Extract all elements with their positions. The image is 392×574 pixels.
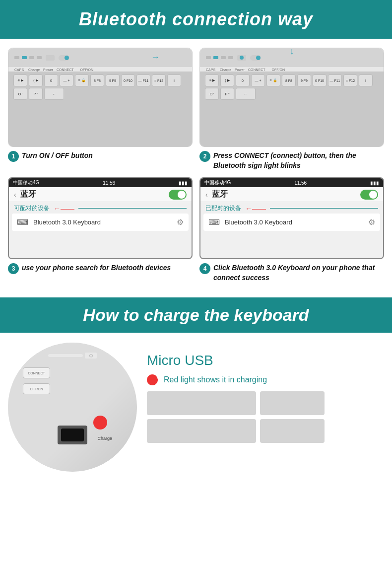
- gray-block-1: [147, 391, 256, 415]
- steps-section: → CAPS Charge Power CONNECT OFF/ON ✳ ▶ (…: [0, 39, 392, 293]
- phone-screen-1: 中国移动4G 11:56 ▮▮▮ ‹ 蓝牙 可配对的设备 ←—— ⌨ Bluet…: [8, 177, 193, 259]
- phone-battery-icon-1: ▮▮▮: [179, 180, 188, 186]
- power-indicator-1: [37, 56, 42, 59]
- phone-nav-title-2: 蓝牙: [212, 189, 228, 200]
- charge-section: ⬡ CONNECT OFF/ON Charge Micro USB: [0, 333, 392, 482]
- section-arrow-left-1: ←——: [54, 205, 74, 213]
- charge-circle: ⬡ CONNECT OFF/ON Charge: [8, 343, 137, 472]
- step-num-3: 3: [8, 263, 19, 274]
- section-paired-text: 已配对的设备: [205, 204, 241, 213]
- circle-buttons: CONNECT OFF/ON: [23, 367, 50, 394]
- usb-cable: ⬡: [48, 353, 97, 359]
- offon-label: OFF/ON: [80, 68, 93, 72]
- connect-button-visual-2: [237, 55, 246, 61]
- phone-back-1[interactable]: ‹: [14, 191, 16, 199]
- connect-btn-circle: CONNECT: [23, 367, 50, 378]
- label-row-2: CAPS Charge Power CONNECT OFF/ON: [200, 68, 384, 72]
- offon-label-2: OFF/ON: [272, 68, 285, 72]
- gear-icon-1[interactable]: ⚙: [177, 217, 184, 227]
- section-line-2: [270, 208, 378, 209]
- key-2: ( ▶: [29, 74, 43, 86]
- key2-back: ←: [236, 88, 256, 100]
- charge-label-2: Charge: [220, 68, 231, 72]
- caps-label: CAPS: [14, 68, 24, 72]
- step-2-block: ↓ CAPS Charge Power CONNECT OFF/ON ✳ ▶ (…: [199, 48, 384, 172]
- indicators-1: [14, 56, 42, 59]
- step-2-caption: 2 Press CONNECT (connect) button, then t…: [199, 147, 384, 172]
- step-num-1: 1: [8, 151, 19, 162]
- device-name-1: Bluetooth 3.0 Keyboard: [33, 218, 172, 226]
- charge-banner: How to charge the keyboard: [0, 297, 392, 333]
- key2-7: 9 F9: [297, 74, 311, 86]
- phone-screen-2: 中国移动4G 11:56 ▮▮▮ ‹ 蓝牙 已配对的设备 ←—— ⌨ Bluet…: [199, 177, 384, 259]
- charge-indicator-1: [29, 56, 34, 59]
- step-text-1: Turn ON / OFF button: [22, 151, 93, 161]
- phone-carrier-2: 中国移动4G: [204, 179, 231, 186]
- step-3-block: 中国移动4G 11:56 ▮▮▮ ‹ 蓝牙 可配对的设备 ←—— ⌨ Bluet…: [8, 177, 193, 285]
- step-4-block: 中国移动4G 11:56 ▮▮▮ ‹ 蓝牙 已配对的设备 ←—— ⌨ Bluet…: [199, 177, 384, 285]
- bt-indicator-1: [22, 56, 27, 59]
- circle-inner: ⬡ CONNECT OFF/ON Charge: [8, 343, 137, 472]
- keyboard-icon-2: ⌨: [208, 217, 220, 227]
- keyboard-top-bar-2: ↓: [200, 48, 384, 67]
- section-line-1: [78, 208, 187, 209]
- steps-row-1: → CAPS Charge Power CONNECT OFF/ON ✳ ▶ (…: [8, 48, 384, 172]
- main-title: Bluetooth connection way: [10, 9, 382, 30]
- key-10: = F12: [152, 74, 166, 86]
- connect-label-2: CONNECT: [248, 68, 265, 72]
- key-I: I: [167, 74, 181, 86]
- charge-red-indicator: [93, 416, 107, 430]
- key2-I: I: [359, 74, 373, 86]
- arrow-right-indicator: →: [151, 52, 160, 63]
- gray-block-4: [260, 419, 325, 443]
- step-3-caption: 3 use your phone search for Bluetooth de…: [8, 259, 193, 276]
- step-1-block: → CAPS Charge Power CONNECT OFF/ON ✳ ▶ (…: [8, 48, 193, 172]
- section-arrow-left-2: ←——: [245, 205, 266, 213]
- gray-blocks: [147, 391, 384, 443]
- keyboard-top-bar-1: →: [8, 48, 192, 67]
- step-text-2: Press CONNECT (connect) button, then the…: [213, 151, 384, 170]
- title-banner: Bluetooth connection way: [0, 0, 392, 39]
- key-1: ✳ ▶: [13, 74, 27, 86]
- indicators-2: [206, 56, 233, 59]
- phone-battery-icon-2: ▮▮▮: [370, 180, 379, 186]
- off-on-switch-2: [250, 55, 261, 61]
- key-O: O ': [13, 88, 27, 100]
- power-label-2: Power: [235, 68, 245, 72]
- phone-section-paired: 已配对的设备 ←——: [200, 202, 383, 214]
- key-9: — F11: [136, 74, 150, 86]
- device-row-1[interactable]: ⌨ Bluetooth 3.0 Keyboard ⚙: [12, 214, 189, 231]
- charge-info: Micro USB Red light shows it in charging: [147, 343, 384, 443]
- bluetooth-toggle-1[interactable]: [169, 190, 187, 200]
- keyboard-keys-2: ✳ ▶ ( ▶ 0 — + = 🔒 8 F8 9 F9 0 F10 — F11 …: [200, 72, 384, 146]
- key-6: 8 F8: [90, 74, 104, 86]
- section-available-text: 可配对的设备: [14, 204, 50, 213]
- bt-indicator-2: [213, 56, 218, 59]
- key-4: — +: [60, 74, 73, 86]
- connect-label: CONNECT: [57, 68, 74, 72]
- phone-back-2[interactable]: ‹: [205, 191, 208, 199]
- key-3: 0: [44, 74, 58, 86]
- phone-nav-title-1: 蓝牙: [20, 189, 36, 200]
- phone-carrier-1: 中国移动4G: [13, 179, 39, 186]
- key2-O: O ': [205, 88, 219, 100]
- switch-dot-2: [256, 56, 261, 60]
- usb-port-inner: [61, 429, 84, 441]
- offon-btn-label: OFF/ON: [30, 387, 43, 391]
- bluetooth-toggle-2[interactable]: [360, 190, 378, 200]
- cable-body: [48, 354, 83, 357]
- charge-label-word: Charge: [97, 436, 112, 441]
- label-row-1: CAPS Charge Power CONNECT OFF/ON: [8, 68, 192, 72]
- key2-3: 0: [236, 74, 250, 86]
- switch-dot: [65, 56, 69, 60]
- key-5: = 🔒: [75, 74, 89, 86]
- gear-icon-2[interactable]: ⚙: [368, 217, 375, 227]
- charge-title: How to charge the keyboard: [10, 305, 382, 325]
- key2-9: — F11: [328, 74, 342, 86]
- caps-indicator-2: [206, 56, 211, 59]
- red-light-dot: [147, 374, 158, 385]
- caps-indicator: [14, 56, 19, 59]
- charge-indicator-2: [221, 56, 226, 59]
- device-name-2: Bluetooth 3.0 Keyboard: [225, 218, 363, 226]
- device-row-2[interactable]: ⌨ Bluetooth 3.0 Keyboard ⚙: [203, 214, 380, 231]
